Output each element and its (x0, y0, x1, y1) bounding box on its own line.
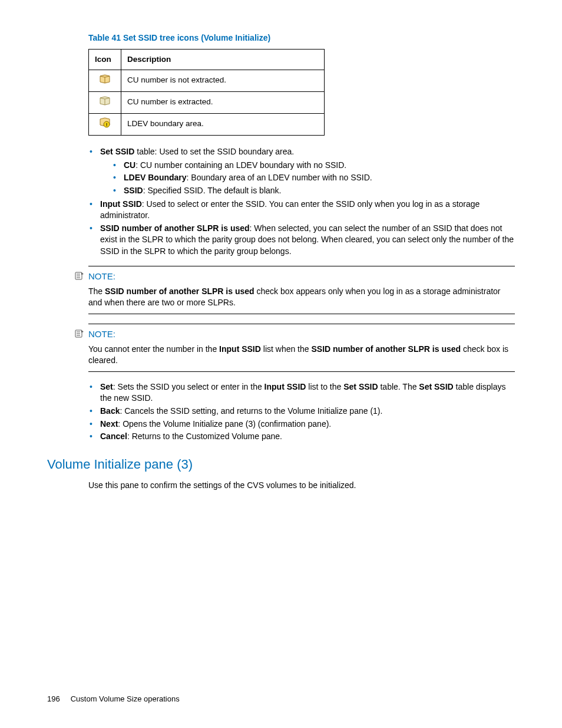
term: Set SSID (419, 382, 453, 391)
term: SSID number of another SLPR is used (311, 344, 461, 354)
list-item: Next: Opens the Volume Initialize pane (… (88, 419, 515, 430)
page-number: 196 (47, 694, 60, 703)
table-row: CU number is not extracted. (89, 70, 325, 92)
th-desc: Description (121, 49, 325, 70)
list-item: Set SSID table: Used to set the SSID bou… (88, 146, 515, 196)
footer-title: Custom Volume Size operations (71, 694, 180, 703)
note-text: list when the (261, 344, 312, 354)
bullet-list-1: Set SSID table: Used to set the SSID bou… (88, 146, 515, 257)
cu-extracted-icon (99, 95, 111, 106)
list-item: SSID: Specified SSID. The default is bla… (112, 185, 515, 197)
table-caption: Table 41 Set SSID tree icons (Volume Ini… (88, 32, 515, 44)
term: Set SSID (343, 382, 378, 391)
note-block: NOTE: You cannot enter the number in the… (88, 324, 515, 372)
list-item: SSID number of another SLPR is used: Whe… (88, 223, 515, 258)
section-intro: Use this pane to confirm the settings of… (88, 480, 515, 492)
list-text: : Used to select or enter the SSID. You … (100, 199, 480, 220)
cu-not-extracted-icon (99, 74, 111, 84)
list-text: list to the (306, 382, 343, 391)
table-row: ! LDEV boundary area. (89, 114, 325, 136)
term: CU (124, 160, 135, 170)
ldev-boundary-icon: ! (99, 117, 111, 128)
list-text: : CU number containing an LDEV boundary … (135, 160, 346, 170)
list-item: Back: Cancels the SSID setting, and retu… (88, 406, 515, 417)
list-item: CU: CU number containing an LDEV boundar… (112, 160, 515, 172)
term: Back (100, 406, 120, 416)
term: SSID number of another SLPR is used (100, 223, 250, 233)
note-title: NOTE: (88, 271, 115, 281)
note-title: NOTE: (88, 329, 115, 339)
list-text: table. The (378, 382, 419, 391)
term: Set (100, 382, 113, 391)
note-body: The SSID number of another SLPR is used … (88, 286, 515, 309)
list-text: : Boundary area of an LDEV number with n… (187, 173, 372, 182)
note-icon (74, 271, 85, 284)
term: Input SSID (100, 199, 142, 209)
term: Next (100, 419, 118, 429)
page-footer: 196Custom Volume Size operations (47, 694, 180, 704)
th-icon: Icon (89, 49, 121, 70)
note-text: You cannot enter the number in the (88, 344, 219, 354)
list-item: Set: Sets the SSID you select or enter i… (88, 381, 515, 404)
list-text: : Sets the SSID you select or enter in t… (113, 382, 265, 391)
list-text: : Specified SSID. The default is blank. (143, 186, 282, 195)
bullet-list-2: Set: Sets the SSID you select or enter i… (88, 381, 515, 443)
td-desc: CU number is extracted. (121, 92, 325, 114)
note-rule (88, 371, 515, 372)
note-block: NOTE: The SSID number of another SLPR is… (88, 266, 515, 314)
note-body: You cannot enter the number in the Input… (88, 344, 515, 367)
list-text: table: Used to set the SSID boundary are… (134, 147, 294, 156)
td-desc: CU number is not extracted. (121, 70, 325, 92)
note-icon (74, 329, 85, 341)
term: Input SSID (219, 344, 261, 354)
note-rule (88, 266, 515, 266)
term: Cancel (100, 431, 127, 441)
ssid-icons-table: Icon Description CU number is not extrac… (88, 49, 325, 136)
term: SSID (124, 186, 143, 195)
note-rule (88, 324, 515, 324)
svg-text:!: ! (106, 122, 108, 127)
term: LDEV Boundary (124, 173, 187, 182)
list-text: : Returns to the Customized Volume pane. (127, 431, 282, 441)
note-rule (88, 314, 515, 314)
section-heading: Volume Initialize pane (3) (47, 456, 515, 474)
term: Set SSID (100, 147, 134, 156)
term: SSID number of another SLPR is used (105, 286, 254, 296)
table-row: CU number is extracted. (89, 92, 325, 114)
note-text: The (88, 286, 105, 296)
list-item: LDEV Boundary: Boundary area of an LDEV … (112, 172, 515, 184)
list-item: Cancel: Returns to the Customized Volume… (88, 431, 515, 443)
term: Input SSID (265, 382, 306, 391)
list-text: : Opens the Volume Initialize pane (3) (… (118, 419, 331, 429)
td-desc: LDEV boundary area. (121, 114, 325, 136)
list-text: : Cancels the SSID setting, and returns … (120, 406, 382, 416)
list-item: Input SSID: Used to select or enter the … (88, 199, 515, 222)
